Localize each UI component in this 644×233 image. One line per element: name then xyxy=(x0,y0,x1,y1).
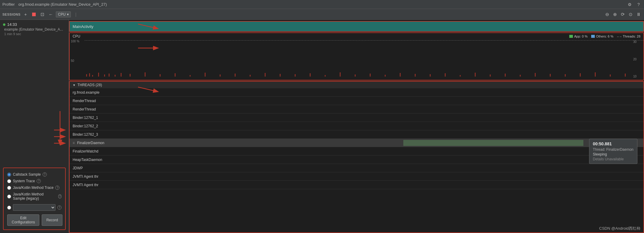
svg-rect-42 xyxy=(625,74,626,77)
javalegacy-help-icon[interactable]: ? xyxy=(58,194,62,198)
title-bar: Profiler org.fmod.example (Emulator New_… xyxy=(0,0,644,9)
session-duration: 1 min 9 sec xyxy=(3,32,66,36)
thread-row: RenderThread xyxy=(70,97,643,105)
thread-row: Binder:12762_2 xyxy=(70,122,643,130)
javakotlin-help-icon[interactable]: ? xyxy=(55,186,59,190)
thread-row: JDWP xyxy=(70,164,643,172)
y-label-100: 100 % xyxy=(71,40,83,43)
legend-others: Others: 6 % xyxy=(591,35,613,38)
thread-row: Binder:12762_3 xyxy=(70,130,643,139)
right-y-30: 30 xyxy=(633,40,643,44)
tooltip-state: Sleeping xyxy=(593,152,633,156)
svg-rect-31 xyxy=(460,75,461,77)
radio-systemtrace-input[interactable] xyxy=(7,179,11,183)
refresh-button[interactable]: ⟳ xyxy=(619,11,626,18)
session-time-row: 14:33 xyxy=(3,22,66,27)
svg-rect-17 xyxy=(250,75,251,77)
title-bar-right: ⚙ ? xyxy=(627,2,642,8)
svg-rect-39 xyxy=(580,73,581,77)
cpu-y-labels: 100 % 50 xyxy=(70,40,85,79)
thread-menu-dots[interactable]: ≡ xyxy=(73,141,75,145)
radio-systemtrace: System Trace ? xyxy=(7,179,62,183)
add-session-button[interactable]: + xyxy=(22,11,29,18)
zoom-out-button[interactable]: ⊖ xyxy=(604,11,610,18)
session-name: example (Emulator New_Device_A... xyxy=(3,27,66,32)
systemtrace-help-icon[interactable]: ? xyxy=(37,179,41,183)
thread-name: HeapTaskDaemon xyxy=(73,158,102,162)
svg-rect-16 xyxy=(235,74,236,77)
back-button[interactable]: ← xyxy=(47,11,54,18)
radio-callstack-input[interactable] xyxy=(7,173,11,177)
svg-rect-21 xyxy=(310,73,311,77)
cpu-chart-svg xyxy=(85,40,644,79)
thread-name: Binder:12762_1 xyxy=(73,116,98,120)
thread-row: HeapTaskDaemon xyxy=(70,156,643,164)
radio-javalegacy: Java/Kotlin Method Sample (legacy) ? xyxy=(7,192,62,201)
svg-rect-4 xyxy=(98,73,99,77)
svg-rect-11 xyxy=(160,74,161,77)
svg-rect-8 xyxy=(121,73,122,77)
svg-rect-19 xyxy=(280,74,281,77)
cpu-dropdown-arrow: ▾ xyxy=(67,12,69,17)
cpu-section: CPU App: 0 % Others: 6 % – – Threads: 28 xyxy=(69,32,644,80)
record-button[interactable]: Record xyxy=(42,214,62,226)
y-label-50: 50 xyxy=(71,59,74,62)
cpu-dropdown[interactable]: CPU ▾ xyxy=(56,11,71,17)
main-layout: 14:33 example (Emulator New_Device_A... … xyxy=(0,20,644,233)
radio-javakotlin-label: Java/Kotlin Method Trace xyxy=(13,186,53,190)
right-y-10: 10 xyxy=(633,75,643,78)
thread-name: FinalizerWatchd xyxy=(73,149,98,153)
radio-custom-input[interactable] xyxy=(7,206,11,210)
separator-icon: | xyxy=(73,11,79,18)
thread-name: JDWP xyxy=(73,166,83,170)
legend-app-label: App: 0 % xyxy=(574,35,588,38)
legend-threads-label: Threads: 28 xyxy=(623,35,640,38)
svg-rect-12 xyxy=(175,73,176,77)
legend-app: App: 0 % xyxy=(569,35,588,38)
help-title-icon[interactable]: ? xyxy=(636,2,642,8)
svg-rect-35 xyxy=(520,75,521,77)
tooltip-thread: Thread: FinalizerDaemon xyxy=(593,147,633,152)
svg-rect-24 xyxy=(355,74,356,77)
main-activity-bar: MainActivity xyxy=(69,21,644,32)
radio-callstack: Callstack Sample ? xyxy=(7,172,62,177)
sessions-label: SESSIONS xyxy=(2,13,20,16)
custom-help-icon[interactable]: ? xyxy=(57,205,62,210)
radio-javakotlin-input[interactable] xyxy=(7,186,11,190)
session-time-label: 14:33 xyxy=(7,22,17,27)
svg-rect-32 xyxy=(475,73,476,77)
svg-rect-18 xyxy=(265,73,266,77)
thread-name: rg.fmod.example xyxy=(73,90,99,95)
session-item[interactable]: 14:33 example (Emulator New_Device_A... … xyxy=(0,20,69,38)
custom-dropdown[interactable] xyxy=(13,204,56,211)
stop-button[interactable] xyxy=(31,11,37,18)
svg-rect-26 xyxy=(385,75,386,77)
tooltip: 00:50.881 Thread: FinalizerDaemon Sleepi… xyxy=(589,139,637,164)
pause-button[interactable]: ⏸ xyxy=(635,11,642,18)
svg-rect-2 xyxy=(89,73,90,77)
radio-javakotlin: Java/Kotlin Method Trace ? xyxy=(7,186,62,190)
tooltip-details: Details Unavailable xyxy=(593,157,633,161)
dropdown-row: ? xyxy=(7,204,62,211)
radio-javalegacy-input[interactable] xyxy=(7,195,11,198)
svg-rect-7 xyxy=(115,75,116,77)
svg-rect-3 xyxy=(92,75,93,77)
callstack-help-icon[interactable]: ? xyxy=(43,172,47,177)
zoom-in-button[interactable]: ⊕ xyxy=(612,11,618,18)
svg-rect-0 xyxy=(32,13,36,16)
thread-row-finalizer: ≡ FinalizerDaemon 00:50.881 Thread: Fina… xyxy=(70,139,643,147)
thread-name: Binder:12762_3 xyxy=(73,132,98,137)
radio-systemtrace-label: System Trace xyxy=(13,179,35,183)
attach-button[interactable]: ⊙ xyxy=(627,11,634,18)
right-y-axis: 30 20 10 xyxy=(633,40,643,79)
svg-rect-36 xyxy=(535,73,536,77)
split-button[interactable]: ⊡ xyxy=(39,11,46,18)
legend-others-color xyxy=(591,35,595,38)
edit-configurations-button[interactable]: Edit Configurations xyxy=(7,214,39,226)
toolbar-left: SESSIONS + ⊡ ← CPU ▾ | xyxy=(2,11,79,18)
svg-rect-40 xyxy=(595,72,596,77)
settings-icon[interactable]: ⚙ xyxy=(627,2,633,8)
session-title: org.fmod.example (Emulator New_Device_AP… xyxy=(18,2,107,7)
svg-rect-14 xyxy=(205,73,206,77)
svg-rect-15 xyxy=(220,74,221,77)
